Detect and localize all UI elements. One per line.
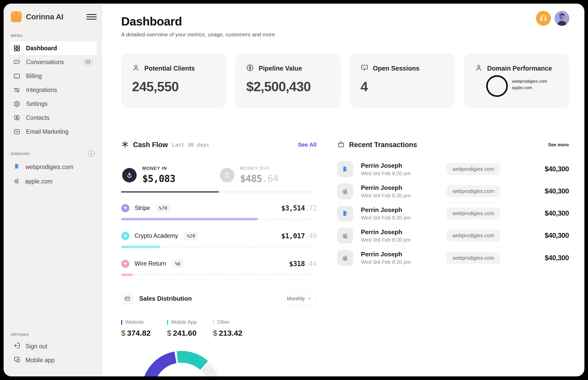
cash-flow-see-all-link[interactable]: See All (298, 141, 317, 148)
corinna-logo-icon (11, 11, 22, 22)
stat-card-domain-performance: Domain Performance webprodigies.com appl… (464, 54, 569, 108)
transaction-row[interactable]: Perrin Joseph Wed 3rd Feb 8:20 pm webpro… (337, 225, 569, 247)
money-out-icon (220, 168, 234, 182)
logo-row: Corinna AI (9, 11, 97, 22)
transaction-domain-pill: webprodigies.com (446, 230, 500, 242)
cash-flow-panel: Cash Flow Last 30 days See All MONEY IN … (121, 131, 317, 376)
recent-transactions-title: Recent Transactions (349, 141, 417, 149)
support-headphones-button[interactable] (536, 11, 551, 26)
transaction-row[interactable]: Perrin Joseph Wed 3rd Feb 8:20 pm webpro… (337, 202, 569, 225)
crypto-academy-source-icon (121, 232, 129, 240)
credit-card-icon (13, 73, 20, 80)
sidebar-item-email-marketing[interactable]: Email Marketing (9, 125, 97, 139)
transaction-amount: $40,300 (510, 254, 569, 262)
domain-performance-legend-item: webprodigies.com (512, 78, 547, 85)
transaction-amount: $40,300 (510, 187, 569, 195)
transaction-date: Wed 3rd Feb 8:20 pm (361, 237, 437, 243)
sidebar-item-contacts[interactable]: Contacts (9, 111, 97, 125)
domain-label: apple.com (25, 178, 52, 185)
source-value: $1,017.49 (281, 232, 317, 240)
apple-logo (13, 178, 20, 185)
stat-label: Domain Performance (487, 65, 552, 72)
sales-legend: Website $374.82 Mobile App $241.60 Other… (121, 319, 317, 337)
wire-return-source-icon (121, 260, 129, 268)
sidebar-item-label: Integrations (26, 87, 57, 94)
hamburger-menu-icon[interactable] (86, 12, 97, 21)
sales-distribution-title: Sales Distribution (139, 295, 192, 302)
transaction-amount: $40,300 (510, 165, 569, 173)
sidebar-item-label: Billing (26, 73, 42, 80)
dashboard-grid-icon (13, 45, 20, 52)
source-progress-fill (121, 246, 160, 248)
sidebar-item-settings[interactable]: Settings (9, 97, 97, 111)
stat-card-open-sessions: Open Sessions 4 (350, 54, 455, 108)
envelope-icon (13, 128, 20, 135)
source-value: $318.44 (289, 260, 317, 268)
transaction-row[interactable]: Perrin Joseph Wed 3rd Feb 8:20 pm webpro… (337, 247, 569, 269)
apple-logo (337, 183, 353, 199)
add-domain-button[interactable]: + (88, 150, 95, 157)
money-in-tab[interactable]: MONEY IN $5,083 (121, 157, 219, 192)
stat-cards: Potential Clients 245,550 Pipeline Value… (121, 54, 569, 108)
asterisk-icon (121, 140, 129, 149)
source-name: Stripe (135, 205, 150, 212)
cash-flow-row-wire-return: Wire Return %6 $318.44 (121, 259, 317, 276)
stat-value: 245,550 (132, 79, 215, 94)
cash-flow-period: Last 30 days (172, 142, 209, 148)
transaction-name: Perrin Joseph (361, 206, 437, 214)
webprodigies-logo (337, 161, 353, 177)
sales-gauge (138, 346, 317, 376)
transaction-row[interactable]: Perrin Joseph Wed 3rd Feb 8:20 pm webpro… (337, 158, 569, 180)
contact-icon (13, 114, 20, 121)
apple-logo (337, 228, 353, 244)
source-percent-badge: %70 (156, 204, 170, 212)
cash-flow-row-stripe: Stripe %70 $3,514.72 (121, 204, 317, 220)
page-title: Dashboard (121, 14, 569, 28)
sidebar-item-conversations[interactable]: Conversations 23 (9, 55, 97, 69)
domain-performance-legend-item: apple.com (512, 85, 547, 91)
user-avatar[interactable] (554, 11, 569, 26)
money-in-value: $5,083 (142, 173, 175, 184)
stat-card-potential-clients: Potential Clients 245,550 (121, 54, 226, 108)
webprodigies-logo (13, 163, 20, 171)
other-tick (213, 320, 214, 325)
transaction-date: Wed 3rd Feb 8:20 pm (361, 259, 437, 265)
period-dropdown[interactable]: Monthly (282, 293, 317, 305)
sidebar-item-label: Dashboard (26, 45, 57, 52)
source-progress-track (121, 218, 317, 220)
sidebar-domain-apple[interactable]: apple.com (9, 174, 97, 189)
sidebar-item-label: Email Marketing (26, 128, 69, 135)
stat-label: Open Sessions (373, 65, 420, 72)
sidebar-item-dashboard[interactable]: Dashboard (9, 41, 97, 55)
see-more-link[interactable]: See more (548, 142, 569, 148)
transaction-domain-pill: webprodigies.com (446, 207, 500, 219)
source-percent-badge: %20 (184, 232, 198, 240)
stat-card-pipeline-value: Pipeline Value $2,500,430 (235, 54, 340, 108)
user-icon (475, 64, 483, 73)
money-out-value: $485.64 (240, 173, 278, 184)
domain-label: webprodigies.com (26, 164, 73, 171)
stripe-source-icon (121, 204, 129, 212)
transaction-date: Wed 3rd Feb 8:20 pm (361, 215, 437, 221)
stat-value: 4 (361, 79, 444, 94)
option-label: Mobile app (26, 357, 55, 364)
money-out-tab[interactable]: MONEY OUT $485.64 (219, 157, 317, 192)
transaction-row[interactable]: Perrin Joseph Wed 3rd Feb 8:20 pm webpro… (337, 180, 569, 202)
mobile-app-button[interactable]: Mobile app (9, 353, 97, 367)
option-label: Sign out (26, 343, 47, 350)
sidebar-item-integrations[interactable]: Integrations (9, 83, 97, 97)
headphones-icon (539, 14, 548, 23)
stat-label: Potential Clients (144, 65, 195, 72)
money-out-label: MONEY OUT (240, 166, 278, 171)
sidebar-item-billing[interactable]: Billing (9, 69, 97, 83)
sidebar: Corinna AI MENU Dashboard Conversations … (4, 4, 102, 376)
panel-top-hatch (121, 131, 317, 134)
sidebar-domain-webprodigies[interactable]: webprodigies.com (9, 160, 97, 174)
cash-flow-title: Cash Flow (133, 141, 168, 149)
cash-flow-row-crypto-academy: Crypto Academy %20 $1,017.49 (121, 232, 317, 248)
sign-out-button[interactable]: Sign out (9, 339, 97, 353)
transactions-list: Perrin Joseph Wed 3rd Feb 8:20 pm webpro… (337, 158, 569, 269)
legend-item-website: Website $374.82 (121, 319, 167, 337)
recent-transactions-panel: Recent Transactions See more Perrin Jose… (337, 131, 569, 376)
sign-out-icon (13, 342, 20, 351)
